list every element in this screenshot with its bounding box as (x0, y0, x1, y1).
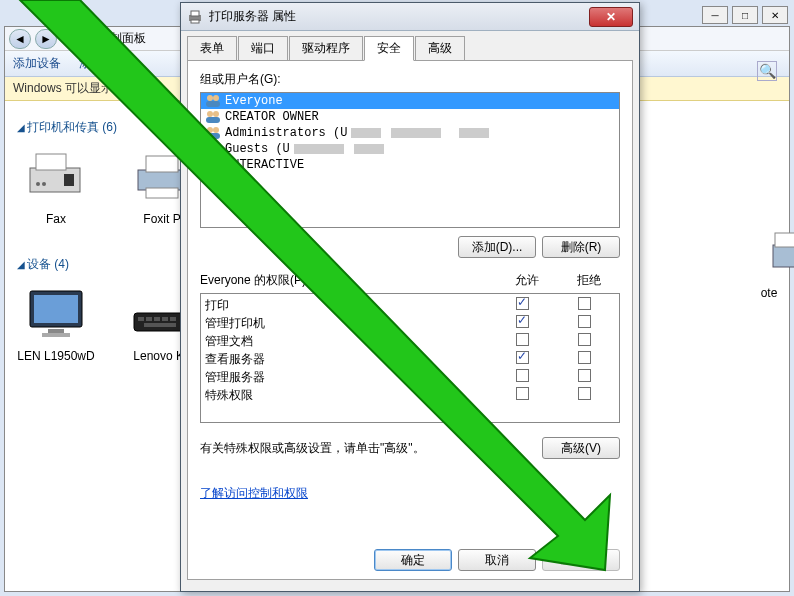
svg-rect-26 (206, 101, 220, 107)
allow-checkbox[interactable] (516, 315, 529, 328)
users-listbox[interactable]: Everyone CREATOR OWNER Administrators (U… (200, 92, 620, 228)
permission-name: 管理文档 (205, 333, 491, 350)
dialog-title: 打印服务器 属性 (209, 8, 589, 25)
svg-rect-6 (146, 156, 178, 172)
allow-checkbox[interactable] (516, 369, 529, 382)
tab-security[interactable]: 安全 (364, 36, 414, 61)
svg-rect-2 (64, 174, 74, 186)
redacted (459, 128, 489, 138)
minimize-button[interactable]: ─ (702, 6, 728, 24)
users-icon (205, 126, 221, 140)
device-label: Fax (17, 212, 95, 226)
security-tab-panel: 组或用户名(G): Everyone CREATOR OWNER Adminis… (187, 60, 633, 580)
nav-back-button[interactable]: ◄ (9, 29, 31, 49)
users-icon (205, 110, 221, 124)
device-fax[interactable]: Fax (17, 146, 95, 226)
svg-point-24 (207, 95, 213, 101)
tab-drivers[interactable]: 驱动程序 (289, 36, 363, 61)
redacted (351, 128, 381, 138)
svg-rect-38 (206, 165, 220, 171)
add-button[interactable]: 添加(D)... (458, 236, 536, 258)
svg-rect-29 (206, 117, 220, 123)
apply-button[interactable]: 应用(A) (542, 549, 620, 571)
svg-point-25 (213, 95, 219, 101)
svg-point-34 (213, 143, 219, 149)
svg-point-4 (42, 182, 46, 186)
list-item[interactable]: INTERACTIVE (201, 157, 619, 173)
permission-row: 管理服务器 (205, 368, 615, 386)
ok-button[interactable]: 确定 (374, 549, 452, 571)
dialog-tabs: 表单 端口 驱动程序 安全 高级 (181, 31, 639, 60)
list-item[interactable]: CREATOR OWNER (201, 109, 619, 125)
svg-rect-5 (138, 170, 186, 190)
allow-checkbox[interactable] (516, 351, 529, 364)
users-icon (205, 158, 221, 172)
tab-ports[interactable]: 端口 (238, 36, 288, 61)
close-icon[interactable]: ✕ (589, 7, 633, 27)
permission-row: 查看服务器 (205, 350, 615, 368)
svg-rect-23 (191, 20, 199, 23)
device-partial-right[interactable]: ote (755, 227, 783, 300)
svg-rect-32 (206, 133, 220, 139)
list-item[interactable]: Administrators (U (201, 125, 619, 141)
svg-rect-10 (48, 329, 64, 333)
permission-name: 管理打印机 (205, 315, 491, 332)
tab-forms[interactable]: 表单 (187, 36, 237, 61)
svg-point-27 (207, 111, 213, 117)
svg-rect-35 (206, 149, 220, 155)
permission-row: 管理打印机 (205, 314, 615, 332)
svg-point-28 (213, 111, 219, 117)
allow-checkbox[interactable] (516, 297, 529, 310)
remove-button[interactable]: 删除(R) (542, 236, 620, 258)
svg-rect-17 (170, 317, 176, 321)
add-device-link[interactable]: 添加设备 (13, 55, 61, 72)
monitor-icon (21, 283, 91, 343)
breadcrumb[interactable]: ▸ 控制面板 (89, 30, 146, 47)
device-label: LEN L1950wD (17, 349, 95, 363)
svg-rect-18 (144, 323, 176, 327)
permission-row: 特殊权限 (205, 386, 615, 404)
print-server-properties-dialog: 打印服务器 属性 ✕ 表单 端口 驱动程序 安全 高级 组或用户名(G): Ev… (180, 2, 640, 592)
deny-checkbox[interactable] (578, 333, 591, 346)
list-item[interactable]: Everyone (201, 93, 619, 109)
device-monitor[interactable]: LEN L1950wD (17, 283, 95, 363)
deny-checkbox[interactable] (578, 297, 591, 310)
permission-name: 管理服务器 (205, 369, 491, 386)
svg-rect-22 (191, 11, 199, 16)
deny-checkbox[interactable] (578, 351, 591, 364)
svg-rect-15 (154, 317, 160, 321)
advanced-hint: 有关特殊权限或高级设置，请单击"高级"。 (200, 440, 542, 457)
svg-point-33 (207, 143, 213, 149)
nav-forward-button[interactable]: ► (35, 29, 57, 49)
svg-point-36 (207, 159, 213, 165)
deny-checkbox[interactable] (578, 315, 591, 328)
tab-advanced[interactable]: 高级 (415, 36, 465, 61)
allow-checkbox[interactable] (516, 333, 529, 346)
allow-checkbox[interactable] (516, 387, 529, 400)
permission-row: 打印 (205, 296, 615, 314)
group-users-label: 组或用户名(G): (200, 71, 620, 88)
deny-checkbox[interactable] (578, 387, 591, 400)
permission-row: 管理文档 (205, 332, 615, 350)
maximize-button[interactable]: □ (732, 6, 758, 24)
fax-icon (21, 146, 91, 206)
advanced-button[interactable]: 高级(V) (542, 437, 620, 459)
svg-point-37 (213, 159, 219, 165)
permissions-for-label: Everyone 的权限(P) (200, 272, 496, 289)
close-button[interactable]: ✕ (762, 6, 788, 24)
deny-checkbox[interactable] (578, 369, 591, 382)
breadcrumb-icon: 🖨 (61, 32, 85, 46)
add-printer-link[interactable]: 添加打印机 (79, 55, 139, 72)
redacted (391, 128, 441, 138)
search-icon[interactable]: 🔍 (757, 61, 777, 81)
allow-col-header: 允许 (496, 272, 558, 289)
permission-name: 查看服务器 (205, 351, 491, 368)
learn-access-control-link[interactable]: 了解访问控制和权限 (200, 485, 308, 502)
permission-name: 特殊权限 (205, 387, 491, 404)
svg-point-30 (207, 127, 213, 133)
deny-col-header: 拒绝 (558, 272, 620, 289)
list-item[interactable]: Guests (U (201, 141, 619, 157)
dialog-titlebar[interactable]: 打印服务器 属性 ✕ (181, 3, 639, 31)
svg-rect-9 (34, 295, 78, 323)
cancel-button[interactable]: 取消 (458, 549, 536, 571)
